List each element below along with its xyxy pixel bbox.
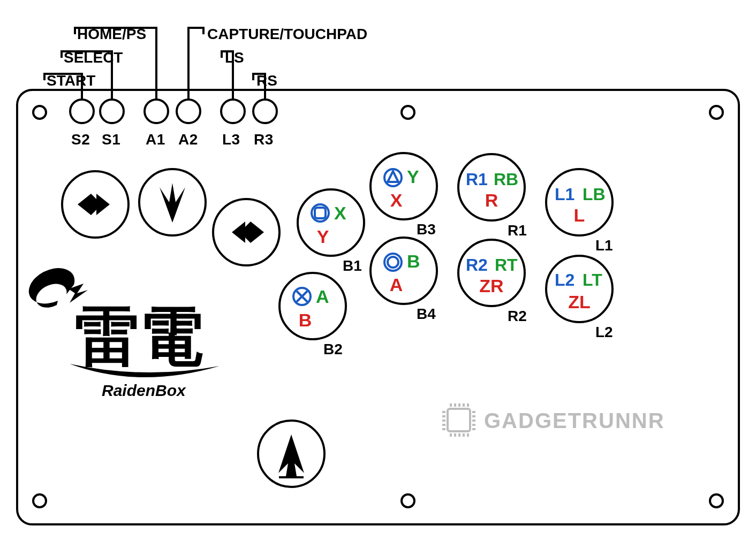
- svg-text:X: X: [390, 190, 403, 210]
- lead-select: SELECT: [64, 49, 123, 66]
- label-l3: L3: [222, 131, 240, 148]
- label-l1: L1: [595, 237, 613, 254]
- svg-text:R: R: [485, 190, 498, 210]
- svg-text:B: B: [407, 251, 420, 271]
- svg-text:RaidenBox: RaidenBox: [102, 382, 186, 399]
- label-r3: R3: [254, 131, 274, 148]
- lead-start: START: [47, 72, 95, 89]
- svg-text:R2: R2: [466, 255, 488, 274]
- svg-text:GADGETRUNNR: GADGETRUNNR: [484, 409, 665, 432]
- label-b2: B2: [323, 341, 343, 357]
- label-b4: B4: [417, 306, 436, 322]
- label-s1: S1: [102, 131, 120, 148]
- svg-text:X: X: [334, 203, 346, 223]
- label-r2: R2: [508, 308, 527, 324]
- svg-text:ZL: ZL: [568, 292, 591, 312]
- label-s2: S2: [71, 131, 90, 148]
- label-a1: A1: [146, 131, 165, 148]
- svg-text:RT: RT: [495, 255, 518, 274]
- label-b1: B1: [343, 257, 362, 274]
- lead-homeps: HOME/PS: [77, 26, 146, 42]
- svg-text:R1: R1: [466, 170, 488, 189]
- svg-text:B: B: [299, 310, 312, 330]
- svg-text:LB: LB: [583, 185, 606, 204]
- svg-text:A: A: [316, 286, 329, 307]
- svg-text:L: L: [574, 205, 585, 225]
- lead-ls: LS: [225, 49, 244, 66]
- svg-text:L1: L1: [555, 185, 574, 204]
- svg-text:L2: L2: [555, 270, 574, 289]
- label-b3: B3: [417, 221, 436, 238]
- label-l2: L2: [595, 324, 613, 340]
- svg-text:雷電: 雷電: [75, 301, 203, 372]
- svg-text:Y: Y: [317, 226, 329, 247]
- svg-text:LT: LT: [583, 270, 602, 289]
- lead-rs: RS: [256, 72, 277, 89]
- lead-capture: CAPTURE/TOUCHPAD: [207, 26, 367, 42]
- label-r1: R1: [508, 222, 527, 239]
- svg-text:ZR: ZR: [479, 276, 503, 296]
- label-a2: A2: [178, 131, 198, 148]
- svg-text:Y: Y: [407, 166, 419, 187]
- svg-text:RB: RB: [494, 170, 518, 189]
- svg-text:A: A: [390, 274, 403, 295]
